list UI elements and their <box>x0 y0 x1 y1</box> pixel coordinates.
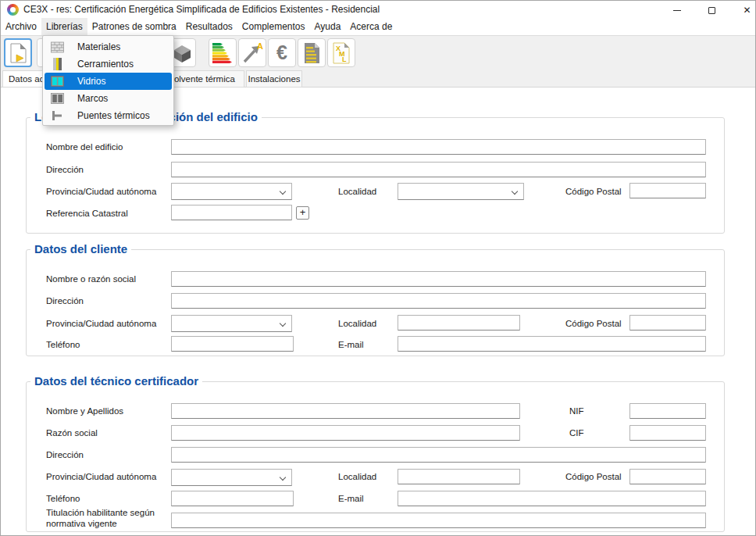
technician-address-label: Dirección <box>46 450 84 459</box>
building-locality-label: Localidad <box>338 187 376 196</box>
technician-phone-label: Teléfono <box>46 494 80 503</box>
glazing-icon <box>51 75 64 88</box>
svg-text:L: L <box>342 55 347 63</box>
client-phone-input[interactable] <box>171 336 294 352</box>
frames-icon <box>51 92 64 105</box>
minimize-button[interactable] <box>659 1 694 20</box>
menu-item-vidrios[interactable]: Vidrios <box>45 73 172 90</box>
technician-nif-label: NIF <box>569 406 584 416</box>
building-province-label: Provincia/Ciudad autónoma <box>46 187 156 196</box>
technician-cif-input[interactable] <box>629 425 706 441</box>
menu-librerias[interactable]: Librerías <box>41 18 87 35</box>
technician-phone-input[interactable] <box>171 491 294 506</box>
technician-cif-label: CIF <box>569 428 584 438</box>
chevron-down-icon <box>280 474 286 481</box>
chevron-down-icon <box>512 188 518 195</box>
technician-name-input[interactable] <box>171 403 520 419</box>
menu-item-marcos[interactable]: Marcos <box>45 90 172 107</box>
toolbar-report-button[interactable] <box>298 38 326 67</box>
technician-qualification-input[interactable] <box>171 513 706 528</box>
technician-email-input[interactable] <box>398 491 706 506</box>
report-icon <box>303 42 321 64</box>
toolbar-new-document-button[interactable] <box>4 38 32 67</box>
client-phone-label: Teléfono <box>46 340 80 349</box>
minimize-icon <box>673 10 681 11</box>
client-postal-code-input[interactable] <box>629 315 706 331</box>
add-cadastral-reference-button[interactable]: + <box>296 206 309 220</box>
client-name-input[interactable] <box>171 271 706 287</box>
building-locality-select[interactable] <box>398 183 524 200</box>
menu-item-label: Materiales <box>77 41 120 52</box>
client-province-select[interactable] <box>171 315 292 332</box>
client-email-input[interactable] <box>398 336 706 352</box>
tab-instalaciones[interactable]: Instalaciones <box>246 70 302 88</box>
client-postal-code-label: Código Postal <box>565 319 622 328</box>
materials-icon <box>51 41 64 53</box>
chevron-down-icon <box>280 320 286 327</box>
technician-nif-input[interactable] <box>629 403 706 419</box>
technician-postal-code-label: Código Postal <box>565 472 622 481</box>
technician-name-label: Nombre y Apellidos <box>46 406 123 416</box>
building-province-select[interactable] <box>171 183 292 200</box>
maximize-button[interactable] <box>694 1 729 20</box>
menu-item-label: Marcos <box>77 93 108 104</box>
building-postal-code-input[interactable] <box>629 183 706 198</box>
technician-postal-code-input[interactable] <box>629 469 706 484</box>
toolbar-improve-rating-button[interactable]: A <box>238 38 266 67</box>
client-locality-label: Localidad <box>338 319 376 328</box>
toolbar-energy-label-button[interactable] <box>209 38 237 67</box>
technician-company-label: Razón social <box>46 428 98 438</box>
client-address-input[interactable] <box>171 293 706 309</box>
title-bar: CE3X - res: Certificación Energética Sim… <box>1 1 755 18</box>
menu-bar: Archivo Librerías Patrones de sombra Res… <box>1 18 755 35</box>
menu-resultados[interactable]: Resultados <box>181 18 237 35</box>
toolbar-xml-export-button[interactable]: X M L <box>327 38 355 67</box>
close-button[interactable]: ✕ <box>729 1 756 20</box>
menu-item-label: Puentes térmicos <box>77 110 150 121</box>
svg-text:A: A <box>257 42 263 51</box>
client-locality-input[interactable] <box>398 315 520 331</box>
maximize-icon <box>708 7 715 14</box>
cadastral-reference-label: Referencia Catastral <box>46 209 128 218</box>
close-icon: ✕ <box>743 5 751 16</box>
menu-item-materiales[interactable]: Materiales <box>45 38 172 55</box>
enclosures-icon <box>51 58 64 70</box>
chevron-down-icon <box>280 188 286 195</box>
menu-item-puentes-termicos[interactable]: Puentes térmicos <box>45 107 172 124</box>
euro-icon: € <box>276 43 287 63</box>
librerias-dropdown-menu: Materiales Cerramientos Vidrios <box>42 35 174 126</box>
ce3x-window: CE3X - res: Certificación Energética Sim… <box>0 0 756 536</box>
technician-company-input[interactable] <box>171 425 520 441</box>
building-address-label: Dirección <box>46 165 84 174</box>
energy-label-icon <box>212 42 234 64</box>
menu-patrones-de-sombra[interactable]: Patrones de sombra <box>87 18 181 35</box>
cadastral-reference-input[interactable] <box>171 205 292 220</box>
technician-locality-input[interactable] <box>398 469 520 484</box>
technician-province-select[interactable] <box>171 469 292 486</box>
menu-item-label: Vidrios <box>77 76 105 87</box>
menu-ayuda[interactable]: Ayuda <box>310 18 346 35</box>
technician-province-label: Provincia/Ciudad autónoma <box>46 472 156 481</box>
technician-address-input[interactable] <box>171 447 706 463</box>
toolbar-economic-button[interactable]: € <box>268 38 296 67</box>
improve-rating-icon: A <box>241 42 263 64</box>
building-name-input[interactable] <box>171 139 706 155</box>
client-province-label: Provincia/Ciudad autónoma <box>46 319 156 328</box>
menu-acerca-de[interactable]: Acerca de <box>345 18 397 35</box>
menu-item-label: Cerramientos <box>77 59 134 70</box>
technician-qualification-label: Titulación habilitante según normativa v… <box>46 507 169 529</box>
menu-complementos[interactable]: Complementos <box>237 18 310 35</box>
building-name-label: Nombre del edificio <box>46 142 123 152</box>
new-document-icon <box>9 42 27 64</box>
client-address-label: Dirección <box>46 296 84 306</box>
menu-archivo[interactable]: Archivo <box>1 18 41 35</box>
window-title: CE3X - res: Certificación Energética Sim… <box>23 4 380 15</box>
client-section-title: Datos del cliente <box>30 242 131 255</box>
xml-export-icon: X M L <box>332 42 351 64</box>
client-email-label: E-mail <box>338 340 364 349</box>
building-postal-code-label: Código Postal <box>565 187 622 196</box>
thermal-bridge-icon <box>51 109 64 122</box>
menu-item-cerramientos[interactable]: Cerramientos <box>45 55 172 73</box>
building-address-input[interactable] <box>171 162 706 177</box>
ce3x-logo-icon <box>7 4 19 16</box>
